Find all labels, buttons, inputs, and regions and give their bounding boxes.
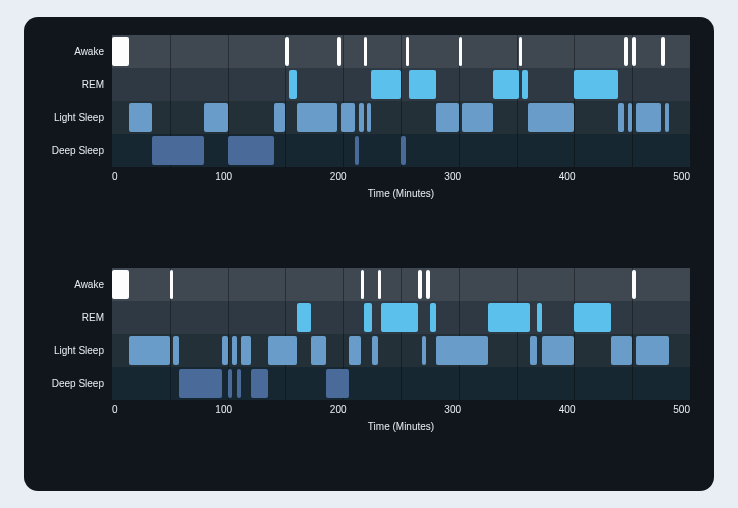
sleep-segment	[129, 336, 169, 365]
sleep-segment	[636, 103, 661, 132]
gridline	[574, 268, 575, 400]
sleep-segment	[228, 136, 274, 165]
sleep-segment	[381, 303, 418, 332]
x-tick-label: 100	[215, 171, 232, 182]
y-tick-label: REM	[38, 313, 104, 323]
sleep-segment	[228, 369, 233, 398]
sleep-segment	[268, 336, 297, 365]
sleep-segment	[341, 103, 355, 132]
sleep-segment	[522, 70, 528, 99]
x-tick-label: 100	[215, 404, 232, 415]
sleep-segment	[285, 37, 288, 66]
sleep-segment	[488, 303, 531, 332]
sleep-segment	[519, 37, 522, 66]
x-tick-label: 500	[673, 171, 690, 182]
sleep-segment	[462, 103, 493, 132]
y-tick-label: Deep Sleep	[38, 379, 104, 389]
sleep-hypnogram-card: AwakeREMLight SleepDeep Sleep01002003004…	[24, 17, 714, 491]
sleep-segment	[401, 136, 406, 165]
sleep-segment	[274, 103, 286, 132]
sleep-segment	[152, 136, 204, 165]
hypnogram-chart-1: AwakeREMLight SleepDeep Sleep01002003004…	[38, 268, 690, 483]
sleep-segment	[628, 103, 633, 132]
sleep-segment	[112, 37, 129, 66]
x-axis-label: Time (Minutes)	[112, 182, 690, 199]
sleep-segment	[359, 103, 364, 132]
sleep-segment	[574, 70, 618, 99]
sleep-segment	[355, 136, 360, 165]
sleep-segment	[251, 369, 268, 398]
sleep-segment	[349, 336, 361, 365]
sleep-segment	[418, 270, 421, 299]
sleep-segment	[618, 103, 624, 132]
x-tick-label: 200	[330, 171, 347, 182]
sleep-segment	[372, 336, 378, 365]
sleep-segment	[241, 336, 250, 365]
hypnogram-chart-0: AwakeREMLight SleepDeep Sleep01002003004…	[38, 35, 690, 250]
x-tick-label: 300	[444, 171, 461, 182]
gridline	[517, 35, 518, 167]
sleep-segment	[297, 103, 337, 132]
sleep-segment	[173, 336, 179, 365]
sleep-segment	[530, 336, 537, 365]
sleep-segment	[179, 369, 222, 398]
sleep-segment	[537, 303, 542, 332]
y-tick-label: Awake	[38, 47, 104, 57]
x-tick-label: 0	[112, 404, 118, 415]
gridline	[343, 35, 344, 167]
sleep-segment	[436, 103, 459, 132]
sleep-segment	[311, 336, 326, 365]
y-axis-labels: AwakeREMLight SleepDeep Sleep	[38, 35, 112, 167]
sleep-segment	[542, 336, 574, 365]
x-tick-label: 300	[444, 404, 461, 415]
sleep-segment	[129, 103, 152, 132]
sleep-segment	[237, 369, 242, 398]
sleep-segment	[367, 103, 370, 132]
sleep-segment	[204, 103, 227, 132]
x-tick-label: 500	[673, 404, 690, 415]
sleep-segment	[430, 303, 436, 332]
sleep-segment	[170, 270, 173, 299]
sleep-segment	[611, 336, 632, 365]
gridline	[574, 35, 575, 167]
x-axis-ticks: 0100200300400500	[112, 400, 690, 415]
sleep-segment	[624, 37, 627, 66]
sleep-segment	[364, 37, 367, 66]
sleep-segment	[326, 369, 349, 398]
sleep-segment	[378, 270, 381, 299]
x-axis-ticks: 0100200300400500	[112, 167, 690, 182]
gridline	[517, 268, 518, 400]
sleep-segment	[661, 37, 664, 66]
y-tick-label: Deep Sleep	[38, 146, 104, 156]
y-tick-label: Awake	[38, 280, 104, 290]
sleep-segment	[409, 70, 436, 99]
sleep-segment	[289, 70, 297, 99]
sleep-segment	[232, 336, 237, 365]
sleep-segment	[459, 37, 462, 66]
x-axis-label: Time (Minutes)	[112, 415, 690, 432]
plot-area	[112, 268, 690, 400]
y-tick-label: Light Sleep	[38, 113, 104, 123]
sleep-segment	[364, 303, 372, 332]
sleep-segment	[337, 37, 340, 66]
sleep-segment	[297, 303, 311, 332]
gridline	[401, 268, 402, 400]
sleep-segment	[632, 270, 635, 299]
sleep-segment	[371, 70, 401, 99]
x-tick-label: 0	[112, 171, 118, 182]
y-tick-label: Light Sleep	[38, 346, 104, 356]
y-tick-label: REM	[38, 80, 104, 90]
sleep-segment	[528, 103, 574, 132]
plot-area	[112, 35, 690, 167]
sleep-segment	[493, 70, 518, 99]
sleep-segment	[222, 336, 228, 365]
sleep-segment	[361, 270, 364, 299]
y-axis-labels: AwakeREMLight SleepDeep Sleep	[38, 268, 112, 400]
x-tick-label: 200	[330, 404, 347, 415]
sleep-segment	[422, 336, 427, 365]
sleep-segment	[632, 37, 635, 66]
sleep-segment	[436, 336, 488, 365]
sleep-segment	[426, 270, 429, 299]
sleep-segment	[665, 103, 670, 132]
sleep-segment	[406, 37, 409, 66]
